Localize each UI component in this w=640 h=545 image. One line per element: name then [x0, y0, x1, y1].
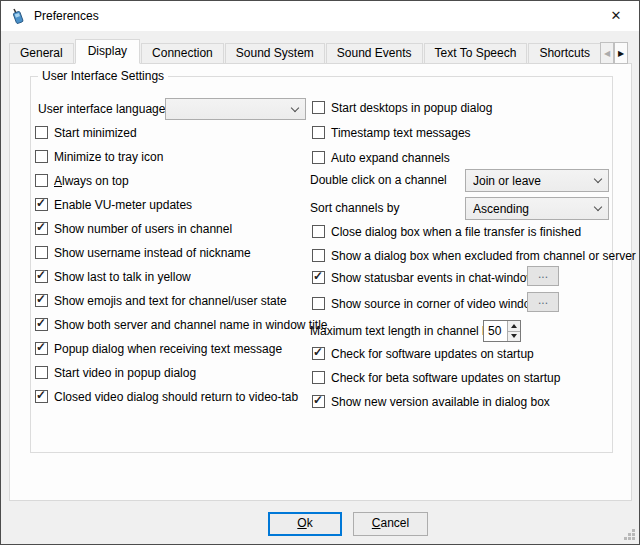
checkbox-box[interactable] — [312, 225, 325, 238]
checkbox-label: Show username instead of nickname — [54, 246, 251, 260]
checkbox-label: Always on top — [54, 174, 129, 188]
checkbox-label: Auto expand channels — [331, 151, 450, 165]
checkbox-label: Timestamp text messages — [331, 126, 471, 140]
double-click-label: Double click on a channel — [310, 172, 447, 188]
checkbox-desktops-popup[interactable]: Start desktops in popup dialog — [312, 99, 492, 116]
checkbox-label: Popup dialog when receiving text message — [54, 342, 282, 356]
checkbox-box[interactable] — [35, 366, 48, 379]
checkbox-label: Show number of users in channel — [54, 222, 232, 236]
tab-scroll-left-icon[interactable]: ◀ — [600, 42, 614, 64]
checkbox-label: Show both server and channel name in win… — [54, 318, 328, 332]
checkbox-auto-expand-channels[interactable]: Auto expand channels — [312, 149, 450, 166]
checkbox-username-instead-nickname[interactable]: Show username instead of nickname — [35, 244, 251, 261]
preferences-dialog: Preferences ✕ General Display Connection… — [0, 0, 640, 545]
ok-button[interactable]: Ok — [268, 512, 342, 536]
checkbox-box[interactable] — [35, 246, 48, 259]
checkbox-statusbar-events[interactable]: Show statusbar events in chat-window — [312, 269, 535, 286]
max-text-length-label: Maximum text length in channel list — [310, 323, 497, 339]
tab-general[interactable]: General — [9, 43, 74, 64]
checkbox-box[interactable] — [35, 294, 48, 307]
checkbox-box[interactable] — [312, 126, 325, 139]
checkbox-box[interactable] — [35, 342, 48, 355]
max-text-length-stepper[interactable]: 50 — [483, 320, 521, 342]
chevron-down-icon — [291, 103, 299, 111]
resize-grip-icon[interactable] — [625, 530, 635, 540]
chevron-down-icon — [594, 175, 602, 183]
checkbox-label: Show source in corner of video window — [331, 297, 539, 311]
checkbox-new-version-dialog[interactable]: Show new version available in dialog box — [312, 393, 550, 410]
double-click-select[interactable]: Join or leave — [465, 169, 609, 192]
checkbox-label: Show emojis and text for channel/user st… — [54, 294, 287, 308]
checkbox-last-to-talk-yellow[interactable]: Show last to talk in yellow — [35, 268, 191, 285]
checkbox-box[interactable] — [35, 390, 48, 403]
checkbox-box[interactable] — [35, 222, 48, 235]
checkbox-show-user-count[interactable]: Show number of users in channel — [35, 220, 232, 237]
checkbox-always-on-top[interactable]: Always on top — [35, 172, 129, 189]
tab-scroll-right-icon[interactable]: ▶ — [614, 42, 628, 64]
checkbox-box[interactable] — [312, 395, 325, 408]
checkbox-label: Start video in popup dialog — [54, 366, 196, 380]
checkbox-dialog-when-excluded[interactable]: Show a dialog box when excluded from cha… — [312, 247, 636, 264]
tab-sound-events[interactable]: Sound Events — [326, 43, 423, 64]
checkbox-box[interactable] — [312, 101, 325, 114]
tab-display[interactable]: Display — [75, 39, 140, 64]
checkbox-label: Show new version available in dialog box — [331, 395, 550, 409]
checkbox-close-on-transfer-finished[interactable]: Close dialog box when a file transfer is… — [312, 223, 581, 240]
checkbox-label: Minimize to tray icon — [54, 150, 163, 164]
group-title: User Interface Settings — [38, 69, 168, 83]
title-bar[interactable]: Preferences ✕ — [1, 1, 639, 31]
statusbar-events-browse-button[interactable]: ... — [527, 266, 559, 286]
checkbox-box[interactable] — [312, 249, 325, 262]
max-text-length-value[interactable]: 50 — [484, 321, 507, 341]
checkbox-popup-on-text-message[interactable]: Popup dialog when receiving text message — [35, 340, 282, 357]
checkbox-video-source-corner[interactable]: Show source in corner of video window — [312, 295, 539, 312]
checkbox-box[interactable] — [35, 126, 48, 139]
sort-channels-select[interactable]: Ascending — [465, 197, 609, 220]
sort-channels-label: Sort channels by — [310, 200, 399, 216]
language-select[interactable] — [165, 98, 306, 120]
checkbox-label: Check for beta software updates on start… — [331, 371, 560, 385]
checkbox-box[interactable] — [312, 297, 325, 310]
checkbox-label: Start desktops in popup dialog — [331, 101, 492, 115]
tab-shortcuts[interactable]: Shortcuts — [528, 43, 600, 64]
checkbox-vu-meter-updates[interactable]: Enable VU-meter updates — [35, 196, 192, 213]
checkbox-server-channel-in-title[interactable]: Show both server and channel name in win… — [35, 316, 328, 333]
checkbox-box[interactable] — [35, 318, 48, 331]
close-icon[interactable]: ✕ — [593, 1, 639, 30]
checkbox-label: Show statusbar events in chat-window — [331, 271, 535, 285]
tab-scroll-buttons: ◀ ▶ — [600, 42, 628, 64]
spinner-buttons — [507, 321, 520, 341]
checkbox-box[interactable] — [35, 198, 48, 211]
checkbox-box[interactable] — [312, 151, 325, 164]
language-label: User interface language — [38, 101, 165, 117]
checkbox-start-video-popup[interactable]: Start video in popup dialog — [35, 364, 196, 381]
display-tab-page: User Interface Settings User interface l… — [9, 63, 632, 501]
checkbox-label: Enable VU-meter updates — [54, 198, 192, 212]
checkbox-box[interactable] — [312, 271, 325, 284]
checkbox-label: Show a dialog box when excluded from cha… — [331, 249, 636, 263]
tab-sound-system[interactable]: Sound System — [225, 43, 325, 64]
checkbox-box[interactable] — [35, 150, 48, 163]
video-source-browse-button[interactable]: ... — [527, 292, 559, 312]
tab-text-to-speech[interactable]: Text To Speech — [424, 43, 528, 64]
chevron-down-icon — [594, 203, 602, 211]
tab-connection[interactable]: Connection — [141, 43, 224, 64]
spin-down-icon[interactable] — [508, 332, 520, 342]
checkbox-timestamp-messages[interactable]: Timestamp text messages — [312, 124, 471, 141]
checkbox-start-minimized[interactable]: Start minimized — [35, 124, 137, 141]
window-title: Preferences — [34, 9, 99, 23]
checkbox-box[interactable] — [312, 347, 325, 360]
app-icon — [10, 8, 26, 24]
checkbox-closed-video-return[interactable]: Closed video dialog should return to vid… — [35, 388, 298, 405]
checkbox-minimize-to-tray[interactable]: Minimize to tray icon — [35, 148, 163, 165]
checkbox-box[interactable] — [312, 371, 325, 384]
spin-up-icon[interactable] — [508, 321, 520, 332]
cancel-button[interactable]: Cancel — [353, 512, 428, 536]
checkbox-check-beta-updates[interactable]: Check for beta software updates on start… — [312, 369, 560, 386]
checkbox-box[interactable] — [35, 270, 48, 283]
checkbox-label: Check for software updates on startup — [331, 347, 534, 361]
checkbox-box[interactable] — [35, 174, 48, 187]
checkbox-label: Close dialog box when a file transfer is… — [331, 225, 581, 239]
checkbox-check-updates[interactable]: Check for software updates on startup — [312, 345, 534, 362]
checkbox-show-emojis[interactable]: Show emojis and text for channel/user st… — [35, 292, 287, 309]
